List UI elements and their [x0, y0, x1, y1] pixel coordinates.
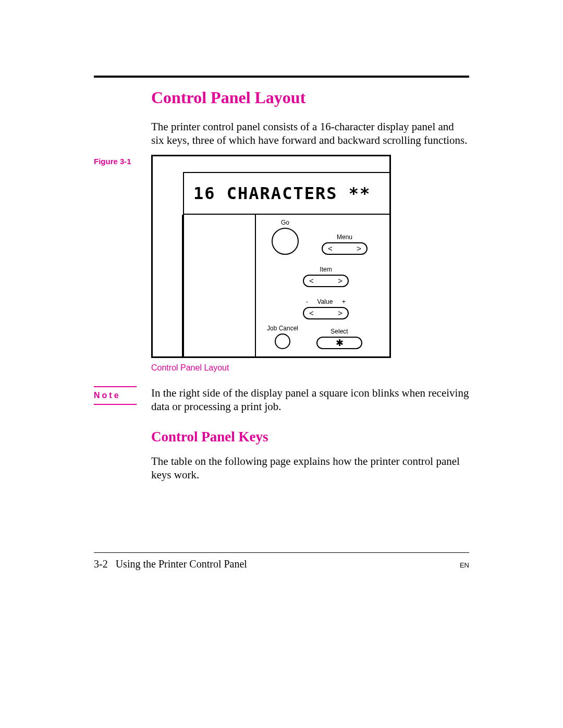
- value-label: - Value +: [303, 298, 349, 305]
- chevron-left-icon: <: [328, 244, 333, 252]
- menu-button-block: Menu < >: [322, 233, 368, 255]
- chevron-right-icon: >: [357, 244, 361, 252]
- lcd-display-panel: 16 CHARACTERS **: [183, 172, 389, 215]
- menu-label: Menu: [322, 233, 368, 241]
- job-cancel-block: Job Cancel: [262, 325, 303, 349]
- heading-control-panel-layout: Control Panel Layout: [151, 88, 469, 107]
- footer-left: 3-2 Using the Printer Control Panel: [94, 558, 247, 570]
- figure-illustration: 16 CHARACTERS ** Go Me: [151, 155, 391, 358]
- select-button[interactable]: ✱: [316, 337, 362, 349]
- chevron-right-icon: >: [338, 277, 342, 285]
- value-minus: -: [306, 298, 308, 305]
- button-panel: Go Menu < >: [183, 215, 389, 356]
- figure-label: Figure 3-1: [94, 155, 151, 166]
- item-label: Item: [303, 266, 349, 273]
- select-label: Select: [316, 328, 362, 335]
- value-text: Value: [317, 298, 333, 305]
- item-button[interactable]: < >: [303, 275, 349, 287]
- note-text: In the right side of the display panel a…: [151, 386, 469, 414]
- go-button[interactable]: [272, 228, 299, 255]
- heading-control-panel-keys: Control Panel Keys: [151, 429, 469, 445]
- go-label: Go: [262, 219, 308, 226]
- go-button-block: Go: [262, 219, 308, 255]
- item-button-block: Item < >: [303, 266, 349, 287]
- value-button-block: - Value + < >: [303, 298, 349, 319]
- note-label: Note: [94, 386, 137, 405]
- chevron-right-icon: >: [338, 309, 342, 317]
- figure-caption: Control Panel Layout: [151, 363, 391, 373]
- footer-lang: EN: [460, 561, 469, 569]
- star-icon: ✱: [336, 338, 344, 348]
- chevron-left-icon: <: [309, 277, 314, 285]
- footer-title: Using the Printer Control Panel: [116, 558, 247, 570]
- top-rule: [94, 76, 469, 78]
- note-block: Note In the right side of the display pa…: [94, 386, 469, 414]
- intro-paragraph: The printer control panel consists of a …: [151, 120, 469, 147]
- keys-paragraph: The table on the following page explains…: [151, 454, 469, 482]
- printer-side-panel: [153, 215, 183, 356]
- select-button-block: Select ✱: [316, 328, 362, 349]
- figure-row: Figure 3-1 16 CHARACTERS ** Go: [94, 155, 469, 386]
- menu-button[interactable]: < >: [322, 242, 368, 255]
- value-button[interactable]: < >: [303, 307, 349, 319]
- lcd-display-text: 16 CHARACTERS **: [193, 183, 371, 203]
- job-cancel-label: Job Cancel: [262, 325, 303, 332]
- job-cancel-button[interactable]: [275, 334, 290, 349]
- value-plus: +: [342, 298, 346, 305]
- page-content: Control Panel Layout The printer control…: [94, 76, 469, 489]
- chevron-left-icon: <: [309, 309, 314, 317]
- footer-page-number: 3-2: [94, 558, 108, 570]
- page-footer: 3-2 Using the Printer Control Panel EN: [94, 552, 469, 570]
